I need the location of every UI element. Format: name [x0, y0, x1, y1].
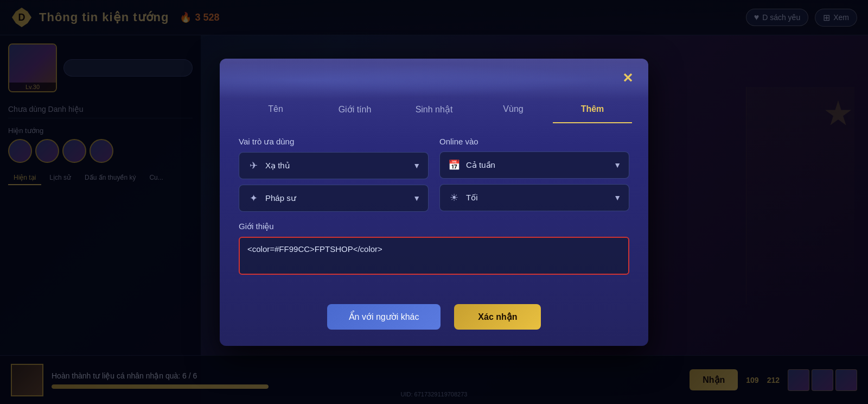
intro-label: Giới thiệu	[239, 222, 629, 231]
role-select-1-value: Xạ thủ	[265, 161, 407, 171]
chevron-down-icon-4: ▼	[614, 193, 621, 202]
modal-header-decoration	[220, 59, 648, 102]
modal-actions: Ẩn với người khác Xác nhận	[220, 304, 648, 330]
chevron-down-icon-1: ▼	[413, 161, 420, 170]
role-select-2[interactable]: ✦ Pháp sư ▼	[239, 185, 429, 212]
chevron-down-icon-2: ▼	[413, 194, 420, 203]
modal-header-bg: ✕	[220, 59, 648, 102]
online-select-2-wrapper: ☀ Tối ▼	[439, 184, 629, 211]
modal-close-button[interactable]: ✕	[618, 68, 637, 88]
role-select-2-value: Pháp sư	[265, 193, 407, 203]
tab-vung[interactable]: Vùng	[474, 97, 553, 123]
online-select-1[interactable]: 📅 Cả tuần ▼	[439, 152, 629, 179]
sun-icon: ☀	[448, 192, 461, 204]
tab-them[interactable]: Thêm	[553, 97, 632, 123]
phapsu-icon: ✦	[247, 192, 260, 204]
tab-ten[interactable]: Tên	[236, 97, 315, 123]
role-select-2-wrapper: ✦ Pháp sư ▼	[239, 185, 429, 212]
online-label: Online vào	[439, 137, 629, 146]
modal-body: Vai trò ưa dùng ✈ Xạ thủ ▼ ✦ Pháp sư ▼	[220, 123, 648, 291]
online-select-1-value: Cả tuần	[466, 160, 608, 170]
tab-sinh-nhat[interactable]: Sinh nhật	[394, 97, 474, 123]
modal-dialog: ✕ Tên Giới tính Sinh nhật Vùng Thêm Vai …	[220, 59, 648, 346]
calendar-icon: 📅	[448, 159, 461, 171]
hide-button[interactable]: Ẩn với người khác	[327, 304, 441, 330]
role-select-1[interactable]: ✈ Xạ thủ ▼	[239, 152, 429, 179]
online-select-2[interactable]: ☀ Tối ▼	[439, 184, 629, 211]
xathu-icon: ✈	[247, 160, 260, 172]
modal-overlay: ✕ Tên Giới tính Sinh nhật Vùng Thêm Vai …	[0, 0, 868, 404]
online-select-2-value: Tối	[466, 193, 608, 203]
chevron-down-icon-3: ▼	[614, 161, 621, 169]
tab-gioi-tinh[interactable]: Giới tính	[315, 97, 394, 123]
form-row-selects: Vai trò ưa dùng ✈ Xạ thủ ▼ ✦ Pháp sư ▼	[239, 137, 629, 212]
form-group-online: Online vào 📅 Cả tuần ▼ ☀ Tối ▼	[439, 137, 629, 212]
form-group-role: Vai trò ưa dùng ✈ Xạ thủ ▼ ✦ Pháp sư ▼	[239, 137, 429, 212]
form-group-intro: Giới thiệu <color=#FF99CC>FPTSHOP</color…	[239, 222, 629, 277]
modal-tabs: Tên Giới tính Sinh nhật Vùng Thêm	[220, 97, 648, 123]
confirm-button[interactable]: Xác nhận	[454, 304, 541, 330]
role-label: Vai trò ưa dùng	[239, 137, 429, 147]
intro-textarea[interactable]: <color=#FF99CC>FPTSHOP</color>	[239, 237, 629, 275]
